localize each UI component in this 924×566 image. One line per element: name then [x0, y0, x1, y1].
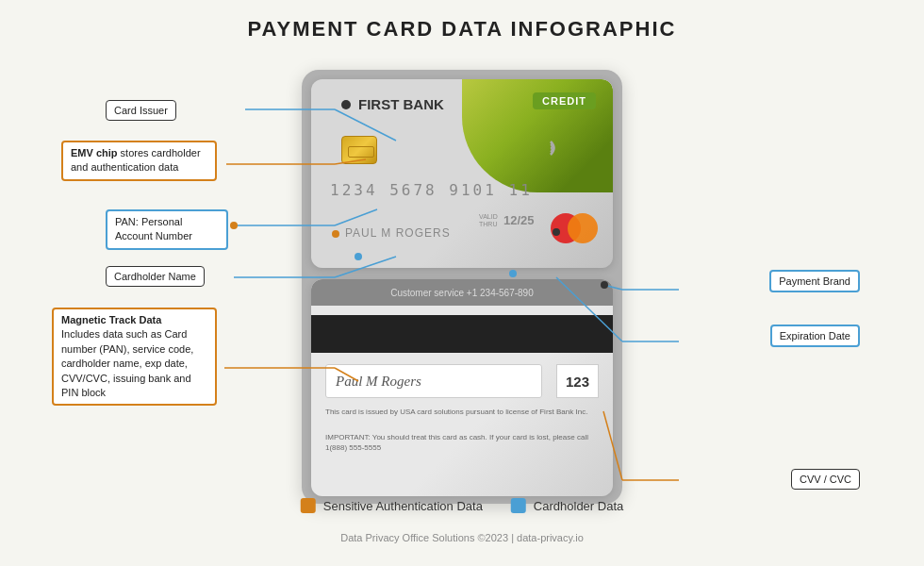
cvv-cvc-annotation: CVV / CVC: [791, 469, 860, 490]
cvv-value: 123: [556, 364, 599, 398]
magnetic-track-title: Magnetic Track Data: [61, 313, 207, 327]
legend-orange-box: [301, 498, 316, 513]
bank-dot: [341, 100, 351, 109]
card-issuer-annotation: Card Issuer: [106, 100, 176, 121]
cardholder-name-annotation: Cardholder Name: [106, 266, 205, 287]
legend-sensitive: Sensitive Authentication Data: [301, 498, 483, 513]
contactless-icon: [540, 138, 561, 163]
card-back-text2: IMPORTANT: You should treat this card as…: [325, 432, 599, 453]
emv-chip: [341, 136, 377, 164]
legend-cardholder: Cardholder Data: [511, 498, 623, 513]
card-back-text1: This card is issued by USA card solution…: [325, 407, 599, 417]
signature-name: Paul M Rogers: [336, 374, 421, 390]
card-number: 1234 5678 9101 11: [330, 181, 533, 199]
valid-thru-label: VALIDTHRU: [479, 213, 498, 229]
magnetic-track-desc: Includes data such as Card number (PAN),…: [61, 328, 193, 398]
credit-badge: CREDIT: [533, 92, 596, 109]
legend-cardholder-label: Cardholder Data: [534, 499, 623, 513]
magnetic-track-annotation: Magnetic Track Data Includes data such a…: [52, 308, 217, 406]
emv-chip-annotation: EMV chip stores cardholder and authentic…: [61, 141, 217, 181]
legend-blue-box: [511, 498, 526, 513]
card-back: Customer service +1 234-567-890 Paul M R…: [311, 279, 613, 496]
svg-point-6: [230, 222, 238, 229]
cardholder-name-text: PAUL M ROGERS: [345, 226, 451, 240]
bank-name: FIRST BANK: [358, 96, 444, 112]
card-front: CREDIT FIRST BANK 1234 5678 9101 11 VALI…: [311, 79, 613, 268]
signature-strip: Paul M Rogers: [325, 364, 542, 398]
emv-chip-title: EMV chip: [71, 147, 118, 158]
pan-annotation: PAN: Personal Account Number: [106, 209, 228, 250]
magnetic-stripe: [311, 315, 613, 353]
payment-brand-dot: [553, 228, 560, 236]
payment-brand-annotation: Payment Brand: [769, 270, 860, 292]
legend: Sensitive Authentication Data Cardholder…: [301, 498, 624, 513]
footer-text: Data Privacy Office Solutions ©2023 | da…: [340, 532, 584, 543]
cardholder-dot: [332, 230, 339, 238]
card-container: CREDIT FIRST BANK 1234 5678 9101 11 VALI…: [302, 70, 622, 504]
page-title: PAYMENT CARD DATA INFOGRAPHIC: [0, 0, 924, 51]
legend-sensitive-label: Sensitive Authentication Data: [323, 499, 483, 513]
expiration-date-annotation: Expiration Date: [770, 325, 860, 347]
expiration-date-value: 12/25: [503, 213, 535, 227]
customer-service-bar: Customer service +1 234-567-890: [311, 279, 613, 306]
